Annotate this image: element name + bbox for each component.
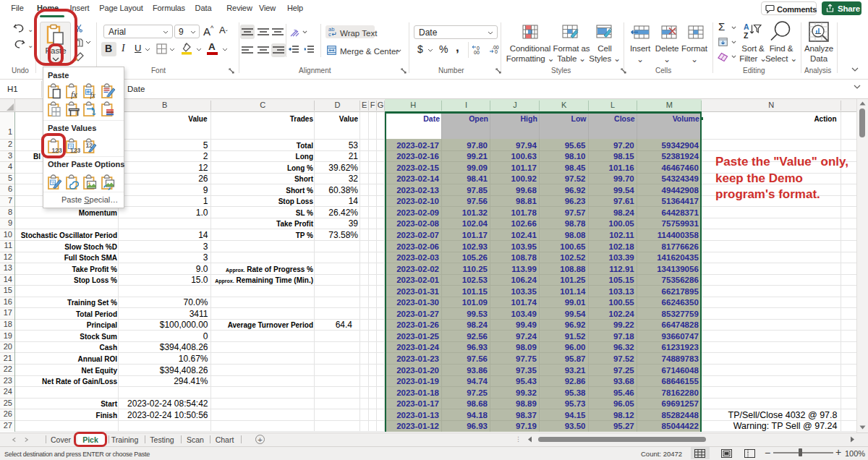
svg-text:00: 00 [474, 50, 480, 55]
svg-text:123: 123 [70, 147, 80, 154]
svg-text:fx: fx [90, 90, 96, 98]
svg-text:0: 0 [495, 49, 498, 54]
svg-text:fx: fx [71, 89, 77, 99]
svg-text:A: A [744, 22, 749, 31]
svg-text:Z: Z [744, 31, 749, 39]
svg-text:c: c [328, 31, 331, 37]
svg-text:%: % [51, 179, 55, 184]
